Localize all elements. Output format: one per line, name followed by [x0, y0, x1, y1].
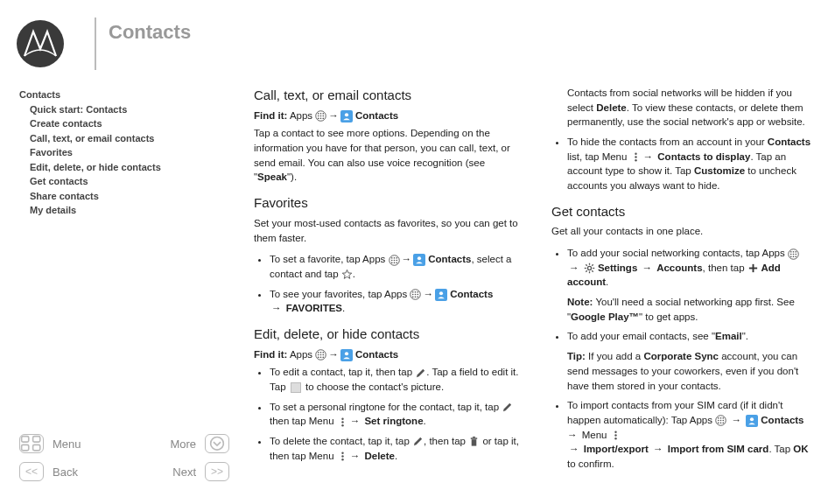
picture-placeholder-icon — [291, 382, 301, 393]
arrow-icon: → — [642, 151, 656, 162]
back-label: Back — [53, 466, 78, 479]
heading-edit-delete: Edit, delete, or hide contacts — [254, 325, 520, 344]
sidebar-item-create[interactable]: Create contacts — [30, 116, 229, 131]
arrow-icon: → — [421, 289, 435, 299]
main-content: Call, text, or email contacts Find it: A… — [254, 86, 817, 492]
more-button[interactable]: More — [124, 434, 229, 453]
svg-rect-2 — [33, 437, 40, 443]
pencil-icon — [412, 436, 424, 447]
para-get: Get all your contacts in one place. — [551, 224, 817, 239]
sidebar-item-getcontacts[interactable]: Get contacts — [30, 174, 229, 189]
apps-icon — [315, 349, 326, 360]
arrow-icon: → — [326, 349, 340, 360]
arrow-icon: → — [270, 303, 284, 313]
contacts-icon — [435, 289, 447, 301]
para-fav: Set your most-used contacts as favorites… — [254, 216, 520, 245]
menu-button[interactable]: Menu — [19, 434, 124, 453]
contacts-icon — [340, 110, 353, 122]
arrow-icon: → — [726, 415, 746, 425]
arrow-icon: → — [326, 110, 340, 121]
find-it-1: Find it: Apps → Contacts — [254, 108, 520, 123]
chevron-left-icon: << — [19, 462, 44, 481]
heading-get-contacts: Get contacts — [551, 202, 817, 221]
list-item: To import contacts from your SIM card (i… — [567, 398, 817, 471]
contacts-icon — [340, 349, 353, 361]
pencil-icon — [502, 402, 513, 413]
arrow-icon: → — [348, 416, 362, 426]
title-bar: Contacts — [95, 18, 191, 70]
grid-icon — [19, 434, 44, 453]
find-it-3: Find it: Apps → Contacts — [254, 347, 520, 362]
contacts-icon — [413, 254, 425, 266]
svg-rect-4 — [33, 445, 40, 452]
menu-label: Menu — [53, 438, 81, 451]
apps-icon — [389, 255, 400, 266]
list-item: To edit a contact, tap it, then tap . Ta… — [270, 365, 520, 394]
arrow-icon: → — [348, 451, 362, 461]
list-item: To see your favorites, tap Apps → Contac… — [270, 287, 520, 316]
chevron-down-icon — [205, 434, 229, 453]
svg-point-0 — [17, 20, 64, 67]
back-button[interactable]: << Back — [19, 462, 124, 481]
svg-rect-3 — [22, 445, 29, 452]
arrow-icon: → — [637, 262, 656, 273]
apps-icon — [715, 415, 726, 426]
apps-icon — [315, 110, 326, 122]
arrow-icon: → — [567, 444, 581, 454]
page-title: Contacts — [109, 18, 191, 44]
contacts-icon — [746, 415, 758, 427]
list-item: To add your email contacts, see "Email".… — [567, 329, 817, 393]
arrow-icon: → — [649, 444, 668, 454]
list-item: To set a personal ringtone for the conta… — [270, 400, 520, 429]
list-item-tip: Tip: If you add a Corporate Sync account… — [567, 349, 817, 393]
next-button[interactable]: Next >> — [124, 462, 229, 481]
list-item-note: Note: You'll need a social networking ap… — [567, 295, 817, 324]
more-label: More — [170, 438, 196, 451]
arrow-icon: → — [567, 262, 581, 273]
svg-rect-1 — [22, 437, 29, 443]
sidebar-item-quickstart[interactable]: Quick start: Contacts — [30, 102, 229, 117]
sidebar-nav: Contacts Quick start: Contacts Create co… — [19, 88, 229, 218]
apps-icon — [788, 248, 799, 260]
footer-nav: Menu More << Back Next >> — [19, 434, 229, 490]
svg-point-5 — [211, 438, 224, 451]
menu-icon — [630, 151, 642, 163]
next-label: Next — [172, 466, 196, 479]
brand-logo — [16, 19, 65, 68]
list-item: To add your social networking contacts, … — [567, 246, 817, 324]
chevron-right-icon: >> — [205, 462, 229, 481]
sidebar-item-sharecontacts[interactable]: Share contacts — [30, 189, 229, 204]
pencil-icon — [415, 368, 426, 379]
plus-icon — [747, 262, 759, 274]
arrow-icon: → — [400, 254, 414, 264]
sidebar-top[interactable]: Contacts — [19, 88, 229, 102]
sidebar-item-editdelete[interactable]: Edit, delete, or hide contacts — [30, 160, 229, 175]
para-1: Tap a contact to see more options. Depen… — [254, 126, 520, 185]
sidebar-item-mydetails[interactable]: My details — [30, 203, 229, 218]
sidebar-item-calltextemail[interactable]: Call, text, or email contacts — [30, 131, 229, 146]
star-icon — [341, 269, 353, 280]
menu-icon — [337, 416, 348, 428]
list-item: To hide the contacts from an account in … — [567, 135, 817, 193]
menu-icon — [337, 451, 348, 462]
list-item: To set a favorite, tap Apps → Contacts, … — [270, 252, 520, 281]
list-item-note: Contacts from social networks will be hi… — [567, 86, 817, 130]
trash-icon — [468, 436, 480, 447]
heading-favorites: Favorites — [254, 193, 520, 213]
heading-call-text-email: Call, text, or email contacts — [254, 86, 520, 105]
gear-icon — [584, 262, 595, 274]
sidebar-item-favorites[interactable]: Favorites — [30, 145, 229, 160]
apps-icon — [410, 289, 421, 300]
menu-icon — [610, 430, 621, 441]
